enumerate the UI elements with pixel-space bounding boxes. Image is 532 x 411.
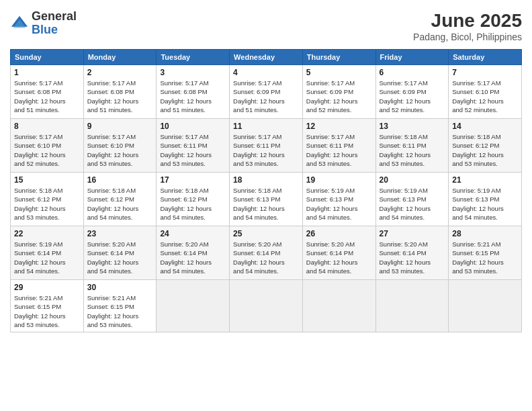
day-info: Sunrise: 5:18 AMSunset: 6:11 PMDaylight:… xyxy=(380,132,445,168)
day-info: Sunrise: 5:17 AMSunset: 6:09 PMDaylight:… xyxy=(306,79,372,114)
day-number: 20 xyxy=(380,175,445,185)
table-row: 22Sunrise: 5:19 AMSunset: 6:14 PMDayligh… xyxy=(11,226,84,280)
day-number: 21 xyxy=(452,175,518,185)
title-block: June 2025 Padang, Bicol, Philippines xyxy=(413,10,522,42)
day-info: Sunrise: 5:20 AMSunset: 6:14 PMDaylight:… xyxy=(160,240,226,275)
table-row: 26Sunrise: 5:20 AMSunset: 6:14 PMDayligh… xyxy=(302,226,375,280)
table-row xyxy=(375,280,449,332)
page: General Blue June 2025 Padang, Bicol, Ph… xyxy=(0,0,532,411)
logo-text: General Blue xyxy=(32,10,77,37)
day-number: 4 xyxy=(233,68,299,77)
day-number: 14 xyxy=(452,122,518,131)
day-info: Sunrise: 5:20 AMSunset: 6:14 PMDaylight:… xyxy=(87,240,153,275)
col-monday: Monday xyxy=(83,50,157,65)
day-number: 16 xyxy=(87,175,153,185)
col-wednesday: Wednesday xyxy=(230,50,303,65)
day-number: 7 xyxy=(452,68,518,77)
month-year: June 2025 xyxy=(413,10,522,32)
day-info: Sunrise: 5:20 AMSunset: 6:14 PMDaylight:… xyxy=(380,240,445,275)
day-info: Sunrise: 5:17 AMSunset: 6:08 PMDaylight:… xyxy=(87,79,153,114)
day-info: Sunrise: 5:17 AMSunset: 6:08 PMDaylight:… xyxy=(14,79,80,114)
day-number: 26 xyxy=(306,229,372,238)
day-number: 27 xyxy=(380,229,445,238)
day-number: 5 xyxy=(306,68,372,77)
day-info: Sunrise: 5:17 AMSunset: 6:10 PMDaylight:… xyxy=(87,132,153,168)
table-row xyxy=(157,280,230,332)
table-row: 9Sunrise: 5:17 AMSunset: 6:10 PMDaylight… xyxy=(83,119,157,173)
table-row: 18Sunrise: 5:18 AMSunset: 6:13 PMDayligh… xyxy=(230,173,303,226)
calendar: Sunday Monday Tuesday Wednesday Thursday… xyxy=(10,49,522,332)
table-row xyxy=(230,280,303,332)
header-row: Sunday Monday Tuesday Wednesday Thursday… xyxy=(11,50,522,65)
day-number: 29 xyxy=(14,283,80,292)
day-number: 24 xyxy=(160,229,226,238)
col-thursday: Thursday xyxy=(302,50,375,65)
day-number: 19 xyxy=(306,175,372,185)
table-row: 1Sunrise: 5:17 AMSunset: 6:08 PMDaylight… xyxy=(11,65,84,119)
table-row: 21Sunrise: 5:19 AMSunset: 6:13 PMDayligh… xyxy=(449,173,522,226)
day-info: Sunrise: 5:17 AMSunset: 6:08 PMDaylight:… xyxy=(160,79,226,114)
day-info: Sunrise: 5:20 AMSunset: 6:14 PMDaylight:… xyxy=(233,240,299,275)
day-info: Sunrise: 5:18 AMSunset: 6:12 PMDaylight:… xyxy=(160,186,226,222)
day-number: 8 xyxy=(14,122,80,131)
day-info: Sunrise: 5:18 AMSunset: 6:13 PMDaylight:… xyxy=(233,186,299,222)
logo: General Blue xyxy=(10,10,77,37)
table-row: 14Sunrise: 5:18 AMSunset: 6:12 PMDayligh… xyxy=(449,119,522,173)
table-row: 29Sunrise: 5:21 AMSunset: 6:15 PMDayligh… xyxy=(11,280,84,332)
day-info: Sunrise: 5:18 AMSunset: 6:12 PMDaylight:… xyxy=(14,186,80,222)
day-number: 22 xyxy=(14,229,80,238)
day-number: 9 xyxy=(87,122,153,131)
table-row: 27Sunrise: 5:20 AMSunset: 6:14 PMDayligh… xyxy=(375,226,449,280)
logo-blue: Blue xyxy=(32,23,58,36)
day-info: Sunrise: 5:18 AMSunset: 6:12 PMDaylight:… xyxy=(452,132,518,168)
table-row: 11Sunrise: 5:17 AMSunset: 6:11 PMDayligh… xyxy=(230,119,303,173)
table-row: 20Sunrise: 5:19 AMSunset: 6:13 PMDayligh… xyxy=(375,173,449,226)
day-number: 17 xyxy=(160,175,226,185)
table-row: 17Sunrise: 5:18 AMSunset: 6:12 PMDayligh… xyxy=(157,173,230,226)
day-number: 30 xyxy=(87,283,153,292)
day-info: Sunrise: 5:17 AMSunset: 6:11 PMDaylight:… xyxy=(160,132,226,168)
day-number: 1 xyxy=(14,68,80,77)
day-number: 25 xyxy=(233,229,299,238)
logo-icon xyxy=(10,14,29,33)
day-number: 12 xyxy=(306,122,372,131)
table-row: 12Sunrise: 5:17 AMSunset: 6:11 PMDayligh… xyxy=(302,119,375,173)
table-row: 2Sunrise: 5:17 AMSunset: 6:08 PMDaylight… xyxy=(83,65,157,119)
table-row: 16Sunrise: 5:18 AMSunset: 6:12 PMDayligh… xyxy=(83,173,157,226)
table-row: 7Sunrise: 5:17 AMSunset: 6:10 PMDaylight… xyxy=(449,65,522,119)
day-number: 18 xyxy=(233,175,299,185)
table-row: 3Sunrise: 5:17 AMSunset: 6:08 PMDaylight… xyxy=(157,65,230,119)
day-info: Sunrise: 5:17 AMSunset: 6:09 PMDaylight:… xyxy=(233,79,299,114)
header: General Blue June 2025 Padang, Bicol, Ph… xyxy=(10,10,522,42)
day-info: Sunrise: 5:17 AMSunset: 6:09 PMDaylight:… xyxy=(380,79,445,114)
table-row: 6Sunrise: 5:17 AMSunset: 6:09 PMDaylight… xyxy=(375,65,449,119)
day-number: 2 xyxy=(87,68,153,77)
col-saturday: Saturday xyxy=(449,50,522,65)
day-info: Sunrise: 5:21 AMSunset: 6:15 PMDaylight:… xyxy=(87,293,153,329)
day-info: Sunrise: 5:19 AMSunset: 6:14 PMDaylight:… xyxy=(14,240,80,275)
table-row: 10Sunrise: 5:17 AMSunset: 6:11 PMDayligh… xyxy=(157,119,230,173)
day-number: 11 xyxy=(233,122,299,131)
location: Padang, Bicol, Philippines xyxy=(413,32,522,42)
day-info: Sunrise: 5:17 AMSunset: 6:11 PMDaylight:… xyxy=(233,132,299,168)
table-row xyxy=(302,280,375,332)
day-info: Sunrise: 5:21 AMSunset: 6:15 PMDaylight:… xyxy=(452,240,518,275)
day-info: Sunrise: 5:18 AMSunset: 6:12 PMDaylight:… xyxy=(87,186,153,222)
table-row: 28Sunrise: 5:21 AMSunset: 6:15 PMDayligh… xyxy=(449,226,522,280)
day-info: Sunrise: 5:17 AMSunset: 6:10 PMDaylight:… xyxy=(14,132,80,168)
day-info: Sunrise: 5:17 AMSunset: 6:11 PMDaylight:… xyxy=(306,132,372,168)
day-number: 23 xyxy=(87,229,153,238)
table-row xyxy=(449,280,522,332)
table-row: 19Sunrise: 5:19 AMSunset: 6:13 PMDayligh… xyxy=(302,173,375,226)
day-number: 15 xyxy=(14,175,80,185)
day-info: Sunrise: 5:19 AMSunset: 6:13 PMDaylight:… xyxy=(380,186,445,222)
day-info: Sunrise: 5:21 AMSunset: 6:15 PMDaylight:… xyxy=(14,293,80,329)
table-row: 30Sunrise: 5:21 AMSunset: 6:15 PMDayligh… xyxy=(83,280,157,332)
table-row: 5Sunrise: 5:17 AMSunset: 6:09 PMDaylight… xyxy=(302,65,375,119)
day-info: Sunrise: 5:20 AMSunset: 6:14 PMDaylight:… xyxy=(306,240,372,275)
day-number: 28 xyxy=(452,229,518,238)
col-sunday: Sunday xyxy=(11,50,84,65)
day-number: 13 xyxy=(380,122,445,131)
col-friday: Friday xyxy=(375,50,449,65)
day-number: 6 xyxy=(380,68,445,77)
